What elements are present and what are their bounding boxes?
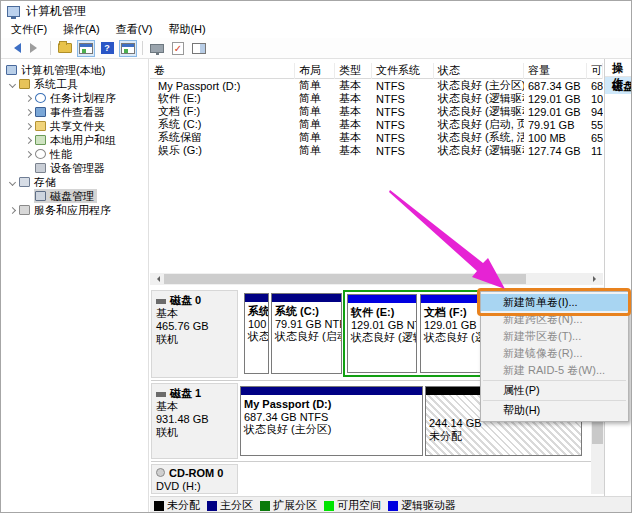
primary-partition-bar <box>241 387 422 395</box>
col-type[interactable]: 类型 <box>335 63 372 79</box>
console-tree: 计算机管理(本地) 系统工具 任务计划程序 事件查看器 共享文件夹 本地用户和组 <box>1 59 149 512</box>
actions-pane: 操作 磁盘管理 <box>604 59 631 496</box>
legend-swatch <box>154 501 164 511</box>
primary-partition-bar <box>272 294 341 302</box>
legend-swatch <box>260 501 270 511</box>
horizontal-scrollbar[interactable] <box>150 273 603 285</box>
menu-file[interactable]: 文件(F) <box>3 21 55 38</box>
partition-d[interactable]: My Passport (D:)687.34 GB NTFS状态良好 (主分区) <box>240 386 423 456</box>
menu-view[interactable]: 查看(V) <box>108 21 161 38</box>
toolbar-separator <box>50 41 51 55</box>
storage-icon <box>19 177 30 187</box>
menu-separator <box>483 400 626 401</box>
tree-item-performance[interactable]: 性能 <box>1 147 148 161</box>
scrollbar-thumb[interactable] <box>592 421 603 444</box>
menu-item-new-raid5-volume: 新建 RAID-5 卷(W)... <box>481 362 628 379</box>
console-window-icon-2[interactable] <box>119 40 137 57</box>
chevron-right-icon[interactable] <box>24 122 31 129</box>
device-manager-icon <box>35 163 46 173</box>
console-window-icon[interactable] <box>77 40 95 57</box>
disk0-info[interactable]: 磁盘 0 基本 465.76 GB 联机 <box>151 290 238 378</box>
menu-item-help[interactable]: 帮助(H) <box>481 402 628 419</box>
legend-free-space: 可用空间 <box>324 498 381 513</box>
cdrom-info[interactable]: CD-ROM 0 DVD (H:) <box>151 464 238 494</box>
cd-icon <box>156 468 165 477</box>
performance-icon <box>35 149 46 159</box>
logical-drive-bar <box>348 295 416 303</box>
scroll-left-icon[interactable] <box>154 276 160 282</box>
chevron-right-icon[interactable] <box>8 206 15 213</box>
forward-icon[interactable] <box>27 40 45 57</box>
users-icon <box>35 135 46 145</box>
tree-item-device-manager[interactable]: 设备管理器 <box>1 161 148 175</box>
disk1-info[interactable]: 磁盘 1 基本 931.48 GB 联机 <box>151 383 238 459</box>
col-capacity[interactable]: 容量 <box>524 63 587 79</box>
partition-f[interactable]: 文档 (F:)129.01 GB状态良好 (逻 <box>420 294 484 373</box>
chevron-right-icon[interactable] <box>24 150 31 157</box>
properties-panel-icon[interactable] <box>190 40 208 57</box>
menu-bar: 文件(F) 操作(A) 查看(V) 帮助(H) <box>1 21 631 38</box>
clock-icon <box>35 93 46 103</box>
chevron-right-icon[interactable] <box>24 108 31 115</box>
volume-row[interactable]: 娱乐 (G:) 简单 基本 NTFS 状态良好 (逻辑驱动器) 127.74 G… <box>150 144 603 157</box>
legend-swatch <box>324 501 334 511</box>
tree-item-shared-folders[interactable]: 共享文件夹 <box>1 119 148 133</box>
col-volume[interactable]: 卷 <box>150 63 295 79</box>
actions-disk-management[interactable]: 磁盘管理 <box>605 77 631 94</box>
popup-window-icon[interactable] <box>148 40 166 57</box>
menu-action[interactable]: 操作(A) <box>55 21 108 38</box>
tree-item-storage[interactable]: 存储 <box>1 175 148 189</box>
legend-primary: 主分区 <box>207 498 253 513</box>
legend-unallocated: 未分配 <box>154 498 200 513</box>
tools-icon <box>19 79 30 89</box>
menu-item-properties[interactable]: 属性(P) <box>481 382 628 399</box>
legend-logical-drive: 逻辑驱动器 <box>388 498 456 513</box>
menu-help[interactable]: 帮助(H) <box>160 21 213 38</box>
annotation-highlight-box <box>477 288 631 316</box>
tree-item-task-scheduler[interactable]: 任务计划程序 <box>1 91 148 105</box>
app-icon <box>7 6 20 17</box>
tree-item-disk-management[interactable]: 磁盘管理 <box>1 189 148 203</box>
logical-drive-bar <box>421 295 483 303</box>
chevron-right-icon[interactable] <box>24 136 31 143</box>
back-icon[interactable] <box>6 40 24 57</box>
legend-swatch <box>207 501 217 511</box>
export-folder-icon[interactable] <box>56 40 74 57</box>
volume-list-header: 卷 布局 类型 文件系统 状态 容量 可 <box>150 63 603 79</box>
partition-c[interactable]: 系统 (C:)79.91 GB NTF状态良好 (启动 <box>271 293 342 374</box>
scroll-right-icon[interactable] <box>593 276 599 282</box>
window-title: 计算机管理 <box>26 3 86 20</box>
computer-management-window: 计算机管理 文件(F) 操作(A) 查看(V) 帮助(H) ? ✓ 计算机管理(… <box>0 0 632 513</box>
tree-item-event-viewer[interactable]: 事件查看器 <box>1 105 148 119</box>
col-layout[interactable]: 布局 <box>295 63 335 79</box>
primary-partition-bar <box>245 294 268 302</box>
shared-folder-icon <box>35 121 46 131</box>
disk-icon <box>35 191 46 201</box>
actions-title: 操作 <box>605 59 631 77</box>
services-icon <box>19 205 30 215</box>
toolbar-separator <box>142 41 143 55</box>
tree-item-local-users-groups[interactable]: 本地用户和组 <box>1 133 148 147</box>
tree-item-services-applications[interactable]: 服务和应用程序 <box>1 203 148 217</box>
toolbar: ? ✓ <box>1 38 631 59</box>
legend-swatch <box>388 501 398 511</box>
menu-item-new-mirrored-volume: 新建镜像卷(R)... <box>481 345 628 362</box>
partition-system-reserved[interactable]: 系统100状态 <box>244 293 269 374</box>
chevron-right-icon[interactable] <box>24 94 31 101</box>
col-status[interactable]: 状态 <box>434 63 524 79</box>
col-filesystem[interactable]: 文件系统 <box>372 63 434 79</box>
chevron-down-icon[interactable] <box>8 80 15 87</box>
scrollbar-thumb[interactable] <box>164 274 526 284</box>
menu-item-new-striped-volume: 新建带区卷(T)... <box>481 328 628 345</box>
tree-item-system-tools[interactable]: 系统工具 <box>1 77 148 91</box>
help-icon[interactable]: ? <box>98 40 116 57</box>
partition-e[interactable]: 软件 (E:)129.01 GB NT状态良好 (逻辑 <box>347 294 417 373</box>
menu-separator <box>483 380 626 381</box>
disk-icon <box>156 392 166 397</box>
col-free[interactable]: 可 <box>587 63 603 79</box>
event-viewer-icon <box>35 107 46 117</box>
tree-item-computer-management[interactable]: 计算机管理(本地) <box>1 63 148 77</box>
chevron-down-icon[interactable] <box>8 178 15 185</box>
disk-icon <box>156 299 166 304</box>
checklist-icon[interactable]: ✓ <box>169 40 187 57</box>
